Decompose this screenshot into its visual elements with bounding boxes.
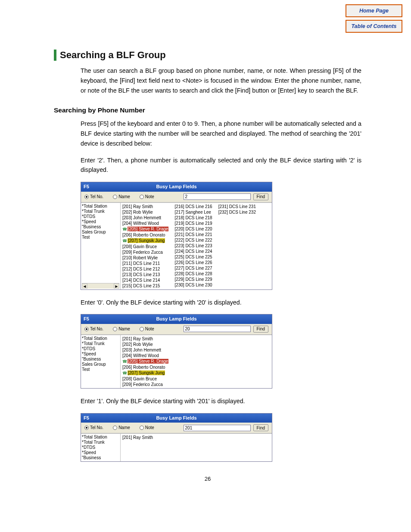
blf-entry[interactable]: [203] John Hemmett xyxy=(122,347,168,353)
blf-window-3: F5 Busy Lamp Fields Tel No. Name Note Fi… xyxy=(81,413,272,462)
page-number: 26 xyxy=(54,475,361,484)
blf-entry[interactable]: [231] DCS Line 231 xyxy=(218,204,256,209)
blf-entry[interactable]: [204] Wilfred Wood xyxy=(122,221,168,226)
blf-entry[interactable]: [229] DCS Line 229 xyxy=(174,277,212,282)
blf-entry[interactable]: [224] DCS Line 224 xyxy=(174,249,212,254)
radio-name[interactable]: Name xyxy=(113,193,130,200)
blf-entry[interactable]: [206] Roberto Onorato xyxy=(122,232,168,238)
search-input[interactable] xyxy=(184,425,251,431)
f5-label: F5 xyxy=(84,315,89,323)
blf-entry[interactable]: [202] Rob Wylie xyxy=(122,342,168,347)
radio-telno[interactable]: Tel No. xyxy=(84,326,103,333)
sidebar-item[interactable]: Test xyxy=(82,367,119,372)
sidebar-item[interactable]: *Total Trunk xyxy=(82,209,119,214)
page-title: Searching a BLF Group xyxy=(54,50,361,61)
blf-entry[interactable]: [210] Robert Wylie xyxy=(122,255,168,261)
blf-entry[interactable]: [221] DCS Line 221 xyxy=(174,232,212,237)
paragraph-4: Enter '1'. Only the BLF device starting … xyxy=(81,396,361,406)
blf-entry[interactable]: [219] DCS Line 219 xyxy=(174,221,212,226)
radio-telno[interactable]: Tel No. xyxy=(84,424,103,431)
f5-label: F5 xyxy=(84,183,89,191)
search-input[interactable] xyxy=(184,326,251,332)
blf-entry[interactable]: [208] Gavin Bruce xyxy=(122,244,168,249)
blf-entry[interactable]: ☎[205] Steve R. Drage xyxy=(122,226,168,232)
sidebar-item[interactable]: *Total Station xyxy=(82,435,119,440)
blf-entry[interactable]: [226] DCS Line 226 xyxy=(174,260,212,265)
blf-entry[interactable]: [230] DCS Line 230 xyxy=(174,282,212,288)
blf-entry[interactable]: [232] DCS Line 232 xyxy=(218,209,256,215)
sidebar-item[interactable]: *Total Trunk xyxy=(82,440,119,445)
blf-entry[interactable]: [227] DCS Line 227 xyxy=(174,265,212,271)
sidebar-item[interactable]: Sales Group xyxy=(82,362,119,367)
sidebar-item[interactable]: Test xyxy=(82,235,119,240)
phone-icon: ☎ xyxy=(122,239,127,243)
paragraph-1: Press [F5] of the keyboard and enter 0 t… xyxy=(81,119,361,148)
sidebar-item[interactable]: *Speed xyxy=(82,450,119,455)
home-page-link[interactable]: Home Page xyxy=(346,4,402,17)
blf-entry[interactable]: [225] DCS Line 225 xyxy=(174,254,212,260)
blf-entry[interactable]: [222] DCS Line 222 xyxy=(174,237,212,243)
window-title: Busy Lamp Fields xyxy=(81,414,272,422)
window-title: Busy Lamp Fields xyxy=(81,183,272,191)
blf-entry[interactable]: [201] Ray Smith xyxy=(122,204,168,209)
sidebar-item[interactable]: *DTDS xyxy=(82,445,119,450)
scrollbar-horizontal[interactable]: ◄► xyxy=(82,283,119,289)
sidebar-item[interactable]: *DTDS xyxy=(82,214,119,219)
blf-window-2: F5 Busy Lamp Fields Tel No. Name Note Fi… xyxy=(81,314,272,389)
blf-entry[interactable]: [201] Ray Smith xyxy=(122,435,153,440)
radio-note[interactable]: Note xyxy=(140,326,154,333)
blf-entry[interactable]: ☎[207] Sungsik Jung xyxy=(122,370,168,376)
sidebar-item[interactable]: "Business xyxy=(82,357,119,362)
group-sidebar[interactable]: *Total Station*Total Trunk*DTDS*Speed"Bu… xyxy=(81,434,121,461)
find-button[interactable]: Find xyxy=(253,424,268,431)
blf-entry[interactable]: [203] John Hemmett xyxy=(122,215,168,221)
sidebar-item[interactable]: *Total Station xyxy=(82,336,119,341)
find-button[interactable]: Find xyxy=(253,326,268,333)
sidebar-item[interactable]: *Speed xyxy=(82,219,119,224)
find-button[interactable]: Find xyxy=(253,193,268,200)
blf-entry[interactable]: ☎[205] Steve R. Drage xyxy=(122,358,168,364)
sidebar-item[interactable]: *DTDS xyxy=(82,346,119,352)
blf-entry[interactable]: [223] DCS Line 223 xyxy=(174,243,212,249)
blf-entry[interactable]: [228] DCS Line 228 xyxy=(174,271,212,277)
blf-entry[interactable]: [214] DCS Line 214 xyxy=(122,277,168,283)
blf-entry[interactable]: [208] Gavin Bruce xyxy=(122,376,168,382)
search-input[interactable] xyxy=(184,193,251,200)
blf-entry[interactable]: [215] DCS Line 215 xyxy=(122,283,168,289)
radio-note[interactable]: Note xyxy=(140,424,154,431)
group-sidebar[interactable]: *Total Station*Total Trunk*DTDS*Speed"Bu… xyxy=(81,203,121,289)
blf-entry[interactable]: [212] DCS Line 212 xyxy=(122,266,168,272)
blf-entry[interactable]: [206] Roberto Onorato xyxy=(122,364,168,370)
blf-entry[interactable]: [211] DCS Line 211 xyxy=(122,261,168,266)
group-sidebar[interactable]: *Total Station*Total Trunk*DTDS*Speed"Bu… xyxy=(81,335,121,388)
radio-telno[interactable]: Tel No. xyxy=(84,193,103,200)
blf-entry[interactable]: [213] DCS Line 213 xyxy=(122,272,168,277)
blf-entry[interactable]: ☎[207] Sungsik Jung xyxy=(122,238,168,244)
sidebar-item[interactable]: Sales Group xyxy=(82,230,119,235)
radio-name[interactable]: Name xyxy=(113,424,130,431)
sidebar-item[interactable]: "Business xyxy=(82,224,119,230)
sidebar-item[interactable]: *Speed xyxy=(82,352,119,357)
scroll-right-icon[interactable]: ► xyxy=(114,283,119,289)
f5-label: F5 xyxy=(84,414,89,422)
blf-entry[interactable]: [220] DCS Line 220 xyxy=(174,226,212,232)
window-title: Busy Lamp Fields xyxy=(81,315,272,323)
section-heading: Searching by Phone Number xyxy=(54,105,361,116)
radio-name[interactable]: Name xyxy=(113,326,130,333)
blf-entry[interactable]: [209] Federico Zucca xyxy=(122,382,168,387)
blf-entry[interactable]: [218] DCS Line 218 xyxy=(174,215,212,221)
scroll-left-icon[interactable]: ◄ xyxy=(82,283,87,289)
intro-paragraph: The user can search a BLF group based on… xyxy=(81,66,361,95)
blf-entry[interactable]: [202] Rob Wylie xyxy=(122,209,168,215)
blf-entry[interactable]: [201] Ray Smith xyxy=(122,336,168,342)
blf-entry[interactable]: [217] Sanghee Lee xyxy=(174,209,212,215)
phone-icon: ☎ xyxy=(122,371,127,375)
sidebar-item[interactable]: *Total Trunk xyxy=(82,341,119,346)
blf-entry[interactable]: [209] Federico Zucca xyxy=(122,249,168,255)
sidebar-item[interactable]: "Business xyxy=(82,455,119,460)
radio-note[interactable]: Note xyxy=(140,193,154,200)
blf-entry[interactable]: [204] Wilfred Wood xyxy=(122,353,168,358)
sidebar-item[interactable]: *Total Station xyxy=(82,204,119,209)
toc-link[interactable]: Table of Contents xyxy=(346,20,402,33)
blf-entry[interactable]: [216] DCS Line 216 xyxy=(174,204,212,209)
